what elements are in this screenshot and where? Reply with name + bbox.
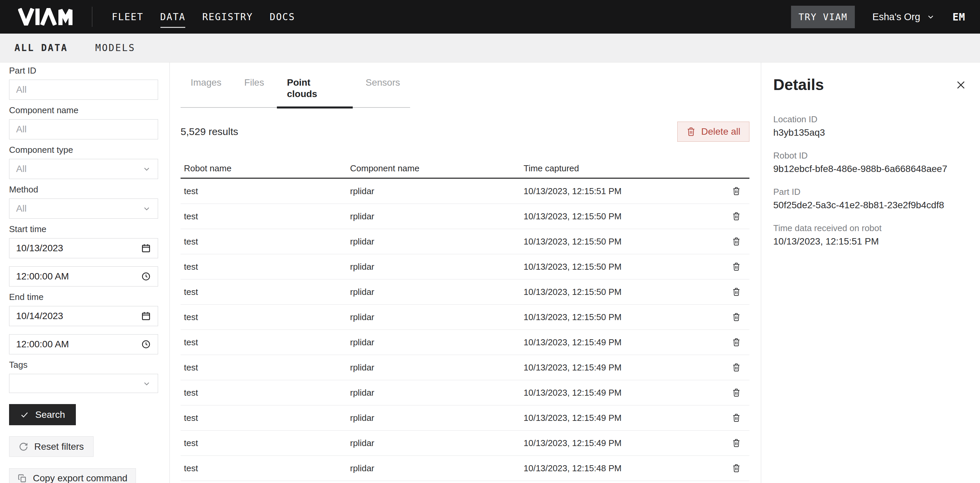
component-type-value: All — [16, 164, 27, 174]
nav-item[interactable]: REGISTRY — [202, 11, 253, 22]
end-time-input[interactable]: 12:00:00 AM — [9, 334, 158, 354]
cell-robot-name: test — [181, 463, 350, 473]
org-switcher[interactable]: Esha's Org — [872, 11, 935, 22]
table-row[interactable]: test rplidar 10/13/2023, 12:15:50 PM — [181, 204, 749, 229]
cell-robot-name: test — [181, 261, 350, 272]
delete-row-button[interactable] — [732, 287, 741, 296]
cell-component-name: rplidar — [350, 211, 523, 222]
trash-icon — [732, 388, 741, 397]
subnav-tab[interactable]: ALL DATA — [14, 42, 68, 53]
table-header-row: Robot name Component name Time captured — [181, 159, 749, 179]
data-type-tab[interactable]: Images — [181, 75, 232, 107]
cell-component-name: rplidar — [350, 463, 523, 473]
details-field-label: Part ID — [773, 187, 967, 197]
copy-export-command-button[interactable]: Copy export command — [9, 468, 136, 483]
filters-sidebar: Part ID All Component name All Component… — [0, 62, 170, 483]
nav-item[interactable]: DOCS — [270, 11, 295, 22]
viam-logo[interactable] — [18, 8, 73, 26]
cell-component-name: rplidar — [350, 236, 523, 247]
component-type-select[interactable]: All — [9, 159, 158, 179]
details-field-value: 50f25de2-5a3c-41e2-8b81-23e2f9b4cdf8 — [773, 199, 967, 211]
start-time-input[interactable]: 12:00:00 AM — [9, 266, 158, 287]
cell-robot-name: test — [181, 387, 350, 398]
table-row[interactable]: test rplidar 10/13/2023, 12:15:49 PM — [181, 330, 749, 355]
delete-row-button[interactable] — [732, 312, 741, 322]
tags-select[interactable] — [9, 374, 158, 393]
calendar-icon — [141, 311, 151, 321]
cell-time-captured: 10/13/2023, 12:15:49 PM — [523, 438, 711, 448]
table-row[interactable]: test rplidar 10/13/2023, 12:15:50 PM — [181, 229, 749, 254]
table-row[interactable]: test rplidar 10/13/2023, 12:15:49 PM — [181, 380, 749, 405]
method-label: Method — [9, 185, 158, 194]
part-id-input[interactable]: All — [9, 80, 158, 100]
table-row[interactable]: test rplidar 10/13/2023, 12:15:48 PM — [181, 456, 749, 481]
end-time-label: End time — [9, 292, 158, 301]
primary-nav: FLEET DATA REGISTRY DOCS — [112, 11, 295, 22]
delete-row-button[interactable] — [732, 464, 741, 473]
cell-robot-name: test — [181, 413, 350, 423]
trash-icon — [732, 363, 741, 372]
try-viam-button[interactable]: TRY VIAM — [791, 6, 855, 28]
delete-row-button[interactable] — [732, 363, 741, 372]
table-row[interactable]: test rplidar 10/13/2023, 12:15:50 PM — [181, 254, 749, 279]
col-header-robot-name: Robot name — [181, 163, 350, 174]
cell-robot-name: test — [181, 362, 350, 373]
copy-export-command-label: Copy export command — [33, 473, 127, 483]
delete-row-button[interactable] — [732, 212, 741, 221]
cell-time-captured: 10/13/2023, 12:15:50 PM — [523, 312, 711, 322]
delete-row-button[interactable] — [732, 187, 741, 196]
table-row[interactable]: test rplidar 10/13/2023, 12:15:49 PM — [181, 430, 749, 456]
nav-item[interactable]: FLEET — [112, 11, 143, 22]
end-date-input[interactable]: 10/14/2023 — [9, 306, 158, 326]
data-type-tab[interactable]: Sensors — [355, 75, 410, 107]
table-row[interactable]: test rplidar 10/13/2023, 12:15:49 PM — [181, 405, 749, 430]
details-field-value: h3yb135aq3 — [773, 127, 967, 139]
cell-component-name: rplidar — [350, 312, 523, 322]
chevron-down-icon — [926, 13, 935, 21]
component-name-input[interactable]: All — [9, 119, 158, 139]
cell-component-name: rplidar — [350, 413, 523, 423]
cell-time-captured: 10/13/2023, 12:15:49 PM — [523, 337, 711, 348]
tags-label: Tags — [9, 360, 158, 370]
table-row[interactable]: test rplidar 10/13/2023, 12:15:50 PM — [181, 304, 749, 330]
close-icon[interactable] — [955, 79, 967, 91]
table-body: test rplidar 10/13/2023, 12:15:51 PM — [181, 179, 749, 483]
cell-component-name: rplidar — [350, 438, 523, 448]
clock-icon — [141, 271, 151, 282]
details-field: Part ID 50f25de2-5a3c-41e2-8b81-23e2f9b4… — [773, 187, 967, 211]
delete-row-button[interactable] — [732, 388, 741, 397]
table-row[interactable]: test rplidar 10/13/2023, 12:15:48 PM — [181, 481, 749, 483]
nav-item[interactable]: DATA — [160, 11, 185, 22]
delete-row-button[interactable] — [732, 438, 741, 448]
delete-all-label: Delete all — [701, 126, 740, 137]
cell-time-captured: 10/13/2023, 12:15:48 PM — [523, 463, 711, 473]
cell-time-captured: 10/13/2023, 12:15:50 PM — [523, 211, 711, 222]
cell-time-captured: 10/13/2023, 12:15:49 PM — [523, 413, 711, 423]
search-button[interactable]: Search — [9, 404, 76, 425]
trash-icon — [732, 287, 741, 296]
delete-all-button[interactable]: Delete all — [677, 121, 749, 142]
check-icon — [20, 410, 29, 419]
trash-icon — [732, 262, 741, 271]
user-initials-avatar[interactable]: EM — [953, 11, 965, 23]
delete-row-button[interactable] — [732, 413, 741, 422]
cell-time-captured: 10/13/2023, 12:15:49 PM — [523, 362, 711, 373]
table-row[interactable]: test rplidar 10/13/2023, 12:15:51 PM — [181, 179, 749, 204]
details-field-value: 10/13/2023, 12:15:51 PM — [773, 236, 967, 247]
delete-row-button[interactable] — [732, 262, 741, 271]
subnav-tab[interactable]: MODELS — [95, 42, 135, 53]
method-select[interactable]: All — [9, 199, 158, 218]
reset-filters-button[interactable]: Reset filters — [9, 436, 94, 457]
start-date-input[interactable]: 10/13/2023 — [9, 238, 158, 258]
cell-component-name: rplidar — [350, 261, 523, 272]
trash-icon — [732, 438, 741, 448]
table-row[interactable]: test rplidar 10/13/2023, 12:15:49 PM — [181, 355, 749, 380]
component-name-placeholder: All — [16, 124, 27, 135]
data-type-tab[interactable]: Point clouds — [277, 75, 353, 107]
delete-row-button[interactable] — [732, 237, 741, 246]
table-row[interactable]: test rplidar 10/13/2023, 12:15:50 PM — [181, 279, 749, 304]
data-type-tab[interactable]: Files — [234, 75, 274, 107]
chevron-down-icon — [142, 379, 151, 388]
delete-row-button[interactable] — [732, 338, 741, 347]
cell-time-captured: 10/13/2023, 12:15:50 PM — [523, 236, 711, 247]
